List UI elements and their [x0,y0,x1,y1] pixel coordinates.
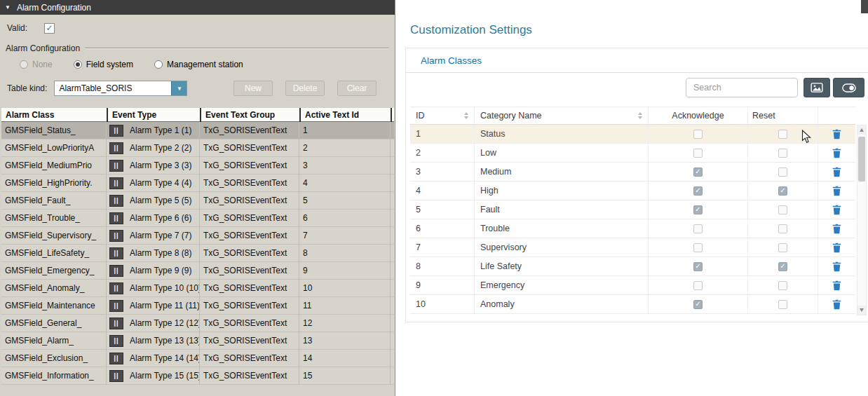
acknowledge-checkbox[interactable] [693,168,703,177]
alarm-table-row[interactable]: GMSField_HighPriority. || Alarm Type 4 (… [1,175,394,192]
row-button-cell: || [107,332,126,350]
delete-icon[interactable] [832,243,841,253]
reset-checkbox[interactable] [778,168,787,177]
column-header-category-name[interactable]: Category Name [475,107,649,124]
scrollbar-thumb[interactable] [858,137,865,182]
alarm-class-cell: GMSField_General_ [1,315,107,332]
delete-icon[interactable] [832,224,841,234]
event-type-detail-button[interactable]: || [109,265,123,277]
alarm-table-row[interactable]: GMSField_Maintenance || Alarm Type 11 (1… [1,297,394,315]
alarm-class-row[interactable]: 1 Status [410,125,855,144]
scroll-down-arrow[interactable] [857,306,866,315]
alarm-class-row[interactable]: 3 Medium [410,163,855,182]
alarm-table-row[interactable]: GMSField_Supervisory_ || Alarm Type 7 (7… [1,227,394,245]
event-type-detail-button[interactable]: || [109,125,123,137]
active-text-id-cell: 4 [299,175,391,192]
event-type-detail-button[interactable]: || [109,247,123,259]
clear-button[interactable]: Clear [337,81,377,96]
reset-checkbox[interactable] [778,224,787,233]
event-type-detail-button[interactable]: || [109,300,123,312]
event-type-detail-button[interactable]: || [109,335,123,347]
reset-checkbox[interactable] [778,243,787,252]
alarm-class-row[interactable]: 10 Anomaly [410,295,855,314]
valid-checkbox[interactable]: ✓ [44,23,55,34]
alarm-class-row[interactable]: 6 Trouble [410,219,855,238]
alarm-table-row[interactable]: GMSField_Anomaly_ || Alarm Type 10 (10) … [1,280,394,297]
alarm-class-row[interactable]: 9 Emergency [410,276,855,295]
delete-icon[interactable] [832,280,841,291]
acknowledge-checkbox[interactable] [693,243,703,252]
search-input[interactable] [686,78,798,97]
event-type-detail-button[interactable]: || [109,282,123,294]
alarm-table-body: GMSField_Status_ || Alarm Type 1 (1) TxG… [1,122,394,385]
alarm-table-row[interactable]: GMSField_Status_ || Alarm Type 1 (1) TxG… [1,122,394,139]
reset-checkbox[interactable] [778,281,787,290]
event-type-detail-button[interactable]: || [109,353,123,364]
radio-management-station[interactable]: Management station [154,60,243,69]
alarm-class-row[interactable]: 8 Life Safety [410,257,855,276]
delete-icon[interactable] [832,129,841,139]
acknowledge-checkbox[interactable] [693,224,703,233]
dropdown-arrow-icon[interactable]: ▼ [171,81,187,95]
alarm-table-row[interactable]: GMSField_LifeSafety_ || Alarm Type 8 (8)… [1,245,394,262]
alarm-class-row[interactable]: 4 High [410,182,855,200]
delete-icon[interactable] [832,299,841,310]
reset-checkbox[interactable] [778,130,787,139]
image-view-button[interactable] [803,78,830,97]
collapse-triangle-icon[interactable]: ▼ [5,5,11,11]
alarm-table-row[interactable]: GMSField_Trouble_ || Alarm Type 6 (6) Tx… [1,210,394,227]
acknowledge-checkbox[interactable] [693,262,703,271]
scroll-up-arrow[interactable] [857,125,866,135]
alarm-table-row[interactable]: GMSField_Emergency_ || Alarm Type 9 (9) … [1,262,394,280]
panel-header[interactable]: ▼ Alarm Configuration [0,0,395,15]
tab-alarm-classes[interactable]: Alarm Classes [406,55,482,66]
event-text-group-cell: TxG_SORISEventText [200,332,299,350]
delete-icon[interactable] [832,148,841,158]
toggle-view-button[interactable] [833,78,864,97]
reset-checkbox[interactable] [778,149,787,158]
event-type-detail-button[interactable]: || [109,177,123,189]
column-label: Acknowledge [672,111,724,121]
alarm-class-row[interactable]: 2 Low [410,144,855,163]
alarm-table-row[interactable]: GMSField_General_ || Alarm Type 12 (12) … [1,315,394,332]
event-type-detail-button[interactable]: || [109,318,123,329]
alarm-table-row[interactable]: GMSField_Exclusion_ || Alarm Type 14 (14… [1,350,394,367]
delete-icon[interactable] [832,186,841,196]
event-type-cell: Alarm Type 9 (9) [126,262,200,280]
reset-checkbox[interactable] [778,262,787,271]
active-text-id-cell: 13 [299,332,391,350]
alarm-table-row[interactable]: GMSField_Fault_ || Alarm Type 5 (5) TxG_… [1,192,394,210]
delete-button[interactable]: Delete [285,81,325,96]
radio-field-system[interactable]: Field system [74,60,133,69]
alarm-table-row[interactable]: GMSField_LowPriorityA || Alarm Type 2 (2… [1,139,394,157]
table-kind-combobox[interactable]: AlarmTable_SORIS ▼ [54,81,187,96]
reset-checkbox[interactable] [778,186,787,196]
group-title: Alarm Configuration [6,43,80,53]
reset-checkbox[interactable] [778,205,787,214]
acknowledge-checkbox[interactable] [693,130,703,139]
column-header-id[interactable]: ID [410,107,475,124]
alarm-table-row[interactable]: GMSField_Alarm_ || Alarm Type 13 (13) Tx… [1,332,394,350]
new-button[interactable]: New [233,81,273,96]
table-scrollbar[interactable] [857,125,867,315]
alarm-table-row[interactable]: GMSField_Information_ || Alarm Type 15 (… [1,367,394,385]
alarm-class-row[interactable]: 7 Supervisory [410,238,855,257]
event-type-detail-button[interactable]: || [109,370,123,382]
radio-none[interactable]: None [20,60,53,69]
event-type-detail-button[interactable]: || [109,160,123,172]
delete-icon[interactable] [832,167,841,177]
delete-icon[interactable] [832,205,841,215]
acknowledge-checkbox[interactable] [693,281,703,290]
event-type-detail-button[interactable]: || [109,230,123,242]
reset-checkbox[interactable] [778,300,787,309]
alarm-table-row[interactable]: GMSField_MediumPrio || Alarm Type 3 (3) … [1,157,394,175]
acknowledge-checkbox[interactable] [693,186,703,196]
event-type-detail-button[interactable]: || [109,195,123,207]
event-type-detail-button[interactable]: || [109,212,123,224]
acknowledge-checkbox[interactable] [693,149,703,158]
acknowledge-checkbox[interactable] [693,205,703,214]
event-type-detail-button[interactable]: || [109,142,123,154]
alarm-class-row[interactable]: 5 Fault [410,200,855,219]
acknowledge-checkbox[interactable] [693,300,703,309]
delete-icon[interactable] [832,261,841,272]
